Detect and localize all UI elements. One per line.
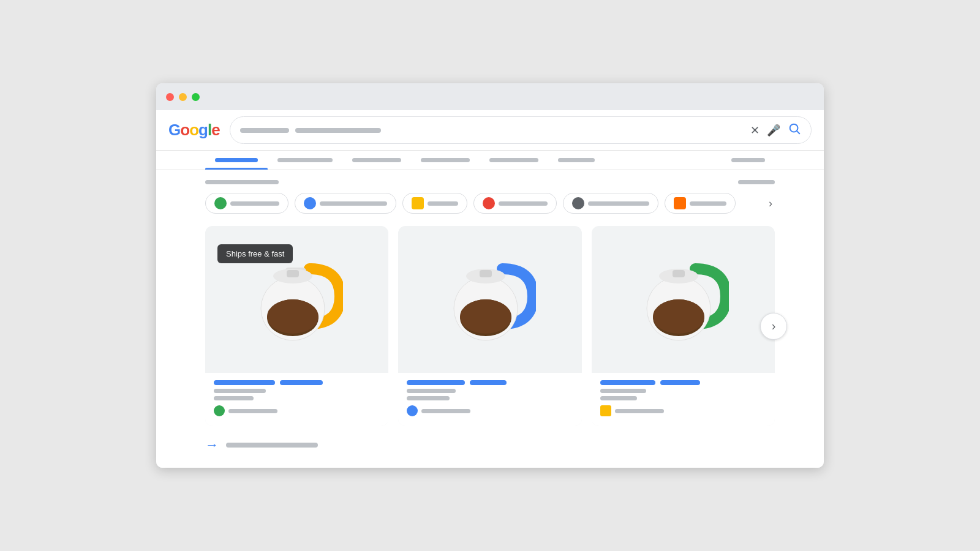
tab-more[interactable]: [722, 151, 775, 170]
svg-rect-17: [673, 270, 685, 277]
svg-point-10: [460, 299, 511, 334]
microphone-icon[interactable]: 🎤: [767, 124, 780, 137]
results-count: [205, 180, 279, 184]
filter-chip-4[interactable]: [473, 193, 557, 214]
filter-chip-5[interactable]: [563, 193, 658, 214]
product-info-2: [398, 373, 581, 426]
svg-point-15: [653, 299, 704, 334]
more-results-arrow: →: [205, 437, 219, 453]
filter-icon-4: [483, 197, 495, 209]
browser-window: Google ✕ 🎤: [156, 83, 824, 468]
ships-free-tooltip: Ships free & fast: [217, 244, 293, 263]
svg-point-4: [267, 299, 318, 334]
filter-label-4: [499, 201, 548, 206]
tab-all[interactable]: [205, 151, 268, 170]
results-time: [738, 180, 775, 184]
close-button[interactable]: [166, 93, 174, 101]
filter-chip-2[interactable]: [295, 193, 396, 214]
rating-icon-1: [214, 405, 225, 416]
coffee-pot-yellow: [251, 250, 343, 348]
product-rating-3: [600, 405, 766, 416]
products-next-button[interactable]: ›: [760, 313, 787, 340]
product-rating-2: [407, 405, 573, 416]
filter-label-2: [320, 201, 387, 206]
filter-chips-next-arrow[interactable]: ›: [766, 195, 775, 212]
minimize-button[interactable]: [179, 93, 187, 101]
filter-chips: ›: [205, 193, 775, 214]
products-grid: Ships free & fast: [205, 226, 775, 426]
rating-icon-3: [600, 405, 611, 416]
maximize-button[interactable]: [192, 93, 200, 101]
title-bar: [156, 83, 824, 110]
more-results-label: [226, 443, 318, 448]
filter-label-3: [428, 201, 458, 206]
tab-maps[interactable]: [548, 151, 605, 170]
tab-videos[interactable]: [411, 151, 480, 170]
more-results[interactable]: →: [205, 437, 775, 455]
content-area: › Ships free & fast: [156, 170, 824, 468]
search-text-part1: [240, 128, 289, 133]
coffee-pot-blue: [444, 250, 536, 348]
product-title-1: [214, 380, 380, 385]
search-by-image-icon[interactable]: [788, 122, 801, 138]
filter-label-6: [690, 201, 726, 206]
clear-icon[interactable]: ✕: [750, 124, 760, 137]
svg-rect-7: [287, 270, 299, 277]
tab-shopping[interactable]: [268, 151, 342, 170]
google-logo: Google: [168, 121, 220, 140]
svg-rect-12: [480, 270, 492, 277]
filter-icon-6: [674, 197, 686, 209]
filter-icon-1: [214, 197, 227, 209]
filter-label-5: [588, 201, 649, 206]
filter-icon-3: [412, 197, 424, 209]
filter-icon-2: [304, 197, 316, 209]
search-input[interactable]: ✕ 🎤: [230, 116, 812, 144]
tab-images[interactable]: [342, 151, 411, 170]
results-header: [205, 180, 775, 184]
filter-icon-5: [572, 197, 584, 209]
tab-news[interactable]: [480, 151, 548, 170]
filter-chip-3[interactable]: [402, 193, 467, 214]
product-info-3: [592, 373, 775, 426]
product-rating-1: [214, 405, 380, 416]
product-image-2: [398, 226, 581, 373]
product-info-1: [205, 373, 388, 426]
nav-tabs: [156, 151, 824, 170]
filter-chip-6[interactable]: [665, 193, 736, 214]
search-icons: ✕ 🎤: [750, 122, 801, 138]
filter-chip-1[interactable]: [205, 193, 288, 214]
coffee-pot-green: [637, 250, 729, 348]
rating-icon-2: [407, 405, 418, 416]
filter-label-1: [230, 201, 279, 206]
product-title-2: [407, 380, 573, 385]
product-image-1: Ships free & fast: [205, 226, 388, 373]
product-title-3: [600, 380, 766, 385]
svg-line-1: [797, 131, 799, 133]
search-text-part2: [295, 128, 381, 133]
product-card-1[interactable]: Ships free & fast: [205, 226, 388, 426]
product-card-3[interactable]: [592, 226, 775, 426]
product-card-2[interactable]: [398, 226, 581, 426]
search-bar-area: Google ✕ 🎤: [156, 110, 824, 151]
product-image-3: [592, 226, 775, 373]
